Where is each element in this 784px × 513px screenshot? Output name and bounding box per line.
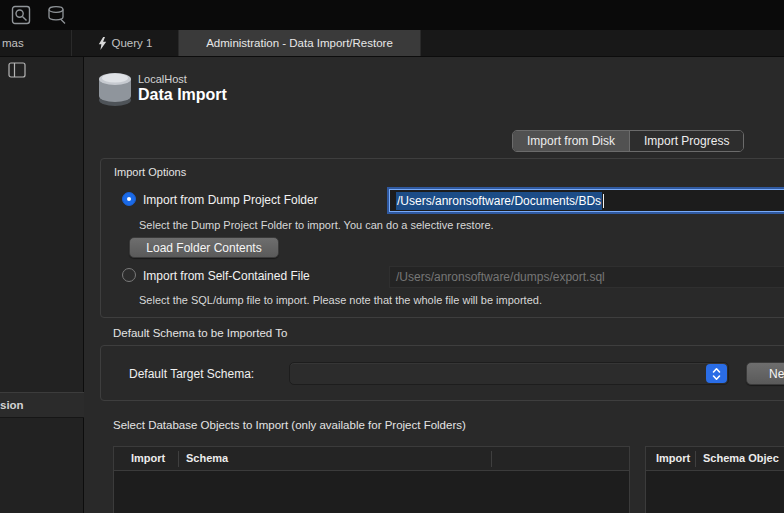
objects-col-import: Import <box>656 452 690 464</box>
tab-import-progress[interactable]: Import Progress <box>629 131 743 151</box>
schema-objects-table-header: Import Schema Objec <box>646 447 784 471</box>
tab-administration-label: Administration - Data Import/Restore <box>206 37 393 49</box>
top-toolbar <box>0 0 784 30</box>
load-folder-contents-button[interactable]: Load Folder Contents <box>129 237 279 258</box>
server-connection-button[interactable] <box>44 3 70 27</box>
up-down-chevron-icon <box>712 367 721 381</box>
magnifier-document-icon <box>11 5 31 25</box>
schemas-table-header: Import Schema <box>114 447 629 471</box>
database-server-icon <box>46 4 68 26</box>
lightning-icon <box>98 37 107 50</box>
file-path-value: /Users/anronsoftware/dumps/export.sql <box>396 270 605 284</box>
column-divider <box>491 451 492 467</box>
sidebar-section-session[interactable]: sion <box>0 392 84 418</box>
schemas-table: Import Schema <box>113 446 630 513</box>
self-contained-file-radio-label: Import from Self-Contained File <box>143 269 310 283</box>
default-schema-panel: Default Target Schema: New <box>100 345 784 401</box>
dump-path-input[interactable]: /Users/anronsoftware/Documents/BDs <box>389 189 784 212</box>
dropdown-stepper <box>706 364 727 383</box>
dump-folder-radio[interactable] <box>122 192 136 206</box>
left-sidebar: sion <box>0 57 84 513</box>
tab-import-from-disk[interactable]: Import from Disk <box>513 131 629 151</box>
inspect-document-button[interactable] <box>8 3 34 27</box>
objects-col-schema-object: Schema Objec <box>703 452 779 464</box>
panel-layout-icon <box>8 62 26 78</box>
dump-folder-radio-label: Import from Dump Project Folder <box>143 193 318 207</box>
dump-folder-help-text: Select the Dump Project Folder to import… <box>139 219 494 231</box>
tab-schemas-label: mas <box>2 37 24 49</box>
editor-tab-bar: mas Query 1 Administration - Data Import… <box>0 30 784 57</box>
workbench-window: mas Query 1 Administration - Data Import… <box>0 0 784 513</box>
view-switch: Import from Disk Import Progress <box>512 130 744 152</box>
data-import-view: LocalHost Data Import Import from Disk I… <box>84 57 784 513</box>
column-divider <box>695 451 696 467</box>
schema-objects-table-body[interactable] <box>646 471 784 513</box>
database-icon <box>96 67 134 109</box>
tab-query-1-label: Query 1 <box>112 37 153 49</box>
page-title: Data Import <box>138 86 227 104</box>
file-help-text: Select the SQL/dump file to import. Plea… <box>139 294 542 306</box>
schemas-table-body[interactable] <box>114 471 629 513</box>
default-schema-section-label: Default Schema to be Imported To <box>113 327 287 339</box>
import-options-label: Import Options <box>114 166 186 178</box>
text-caret <box>603 194 604 208</box>
host-label: LocalHost <box>138 73 187 85</box>
schemas-col-import: Import <box>131 452 165 464</box>
panel-toggle-button[interactable] <box>6 60 28 80</box>
column-divider <box>178 451 179 467</box>
dump-path-value: /Users/anronsoftware/Documents/BDs <box>396 192 602 210</box>
schema-objects-table: Import Schema Objec <box>645 446 784 513</box>
new-schema-button[interactable]: New <box>746 362 784 385</box>
tab-query-1[interactable]: Query 1 <box>72 30 179 56</box>
self-contained-file-radio[interactable] <box>122 268 136 282</box>
schemas-col-schema: Schema <box>186 452 228 464</box>
target-schema-dropdown[interactable] <box>289 362 729 385</box>
default-target-schema-label: Default Target Schema: <box>129 367 254 381</box>
radio-dot-icon <box>127 197 131 201</box>
session-section-label: sion <box>0 399 24 411</box>
file-path-input[interactable]: /Users/anronsoftware/dumps/export.sql <box>389 266 784 288</box>
tab-schemas[interactable]: mas <box>0 30 72 56</box>
import-options-panel: Import Options Import from Dump Project … <box>100 158 784 318</box>
tab-bar-filler <box>421 30 784 56</box>
tab-administration-data-import[interactable]: Administration - Data Import/Restore <box>179 30 421 56</box>
objects-section-label: Select Database Objects to Import (only … <box>113 419 466 431</box>
